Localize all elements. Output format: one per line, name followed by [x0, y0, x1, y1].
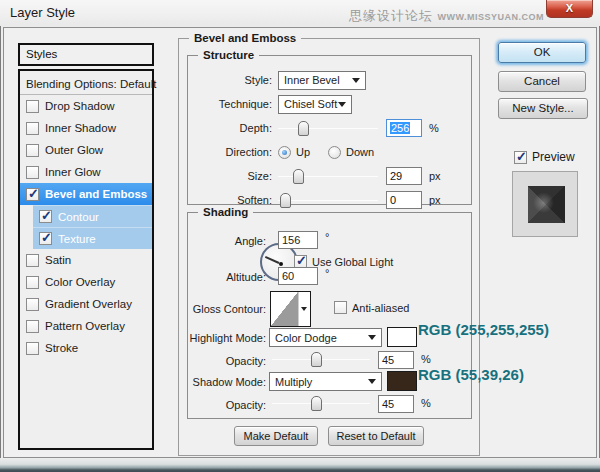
direction-up-radio[interactable] [278, 146, 291, 159]
sidebar-item-label: Pattern Overlay [45, 320, 125, 332]
slider-thumb[interactable] [311, 352, 322, 367]
inner-shadow-checkbox[interactable] [26, 122, 39, 135]
technique-label: Technique: [194, 98, 272, 110]
highlight-mode-dropdown[interactable]: Color Dodge [269, 328, 382, 347]
sidebar-item-inner-glow[interactable]: Inner Glow [20, 161, 152, 183]
slider-track[interactable] [278, 128, 378, 129]
make-default-button[interactable]: Make Default [234, 426, 318, 446]
stroke-checkbox[interactable] [26, 342, 39, 355]
sidebar-item-satin[interactable]: Satin [20, 249, 152, 271]
angle-input[interactable]: 156 [278, 231, 318, 249]
anti-aliased-checkbox[interactable] [334, 301, 347, 314]
watermark: 思缘设计论坛 WWW.MISSYUAN.COM [349, 6, 544, 25]
color-overlay-checkbox[interactable] [26, 276, 39, 289]
shadow-opacity-input[interactable]: 45 [378, 395, 414, 413]
angle-dot-icon [279, 262, 283, 266]
depth-slider[interactable] [278, 120, 378, 136]
sidebar-item-label: Stroke [45, 342, 78, 354]
highlight-opacity-label: Opacity: [188, 355, 266, 367]
satin-checkbox[interactable] [26, 254, 39, 267]
sidebar-item-label: Satin [45, 254, 71, 266]
highlight-mode-value: Color Dodge [275, 332, 337, 344]
depth-unit: % [429, 122, 439, 134]
new-style-button[interactable]: New Style... [498, 98, 588, 119]
altitude-input[interactable]: 60 [278, 267, 318, 285]
sidebar-item-label: Blending Options: Default [26, 78, 156, 90]
depth-value: 256 [390, 122, 410, 134]
close-button[interactable]: X [546, 0, 593, 18]
bevel-preview-image [528, 186, 565, 223]
technique-value: Chisel Soft [284, 98, 337, 110]
texture-checkbox[interactable] [39, 232, 52, 245]
preview-checkbox[interactable] [514, 151, 527, 164]
highlight-mode-label: Highlight Mode: [188, 332, 266, 344]
preview-toggle[interactable]: Preview [514, 150, 575, 164]
slider-thumb[interactable] [298, 121, 309, 136]
highlight-opacity-input[interactable]: 45 [378, 351, 414, 369]
direction-down-label: Down [346, 146, 374, 158]
sidebar-item-gradient-overlay[interactable]: Gradient Overlay [20, 293, 152, 315]
reset-to-default-button[interactable]: Reset to Default [328, 426, 424, 446]
sidebar-item-contour[interactable]: Contour [33, 205, 152, 227]
styles-header: Styles [18, 43, 154, 66]
style-dropdown[interactable]: Inner Bevel [278, 71, 366, 90]
shadow-mode-value: Multiply [275, 376, 312, 388]
pattern-overlay-checkbox[interactable] [26, 320, 39, 333]
sidebar-item-label: Texture [58, 233, 96, 245]
sidebar-item-texture[interactable]: Texture [33, 227, 152, 249]
shadow-color-swatch[interactable] [387, 371, 417, 391]
preview-label: Preview [532, 150, 575, 164]
direction-down-radio[interactable] [328, 146, 341, 159]
bevel-and-emboss-panel: Bevel and Emboss Structure Style: Inner … [178, 38, 480, 456]
sidebar-item-inner-shadow[interactable]: Inner Shadow [20, 117, 152, 139]
soften-slider[interactable] [278, 192, 378, 208]
shadow-opacity-slider[interactable] [272, 395, 370, 411]
shadow-mode-dropdown[interactable]: Multiply [269, 372, 382, 391]
slider-thumb[interactable] [293, 169, 304, 184]
highlight-opacity-slider[interactable] [272, 351, 370, 367]
soften-value: 0 [390, 194, 396, 206]
ok-button[interactable]: OK [498, 42, 586, 63]
chevron-down-icon [368, 379, 376, 384]
sidebar-item-label: Inner Glow [45, 166, 101, 178]
contour-checkbox[interactable] [39, 210, 52, 223]
outer-glow-checkbox[interactable] [26, 144, 39, 157]
inner-glow-checkbox[interactable] [26, 166, 39, 179]
drop-shadow-checkbox[interactable] [26, 100, 39, 113]
cancel-button[interactable]: Cancel [498, 71, 586, 92]
gradient-overlay-checkbox[interactable] [26, 298, 39, 311]
sidebar-item-blending-options[interactable]: Blending Options: Default [20, 73, 152, 95]
soften-input[interactable]: 0 [386, 191, 422, 209]
depth-row: Depth: 256 % [194, 116, 467, 140]
sidebar-item-drop-shadow[interactable]: Drop Shadow [20, 95, 152, 117]
sidebar-item-outer-glow[interactable]: Outer Glow [20, 139, 152, 161]
watermark-cn: 思缘设计论坛 [349, 8, 433, 23]
slider-track[interactable] [278, 200, 378, 201]
gloss-contour-label: Gloss Contour: [188, 303, 266, 315]
sidebar-item-bevel-and-emboss[interactable]: Bevel and Emboss [20, 183, 152, 205]
angle-label: Angle: [188, 235, 266, 247]
window-bottom-edge [0, 458, 600, 472]
sidebar-item-pattern-overlay[interactable]: Pattern Overlay [20, 315, 152, 337]
size-value: 29 [390, 170, 402, 182]
watermark-url: WWW.MISSYUAN.COM [438, 12, 545, 22]
layer-style-dialog: Layer Style 思缘设计论坛 WWW.MISSYUAN.COM X St… [0, 0, 600, 472]
gloss-contour-picker[interactable] [270, 291, 311, 327]
angle-value: 156 [282, 234, 300, 246]
slider-thumb[interactable] [311, 396, 322, 411]
depth-input[interactable]: 256 [386, 119, 422, 137]
preview-thumbnail [512, 171, 578, 237]
size-input[interactable]: 29 [386, 167, 422, 185]
highlight-color-swatch[interactable] [387, 327, 417, 347]
sidebar-item-label: Drop Shadow [45, 100, 115, 112]
size-slider[interactable] [278, 168, 378, 184]
sidebar-item-stroke[interactable]: Stroke [20, 337, 152, 359]
style-value: Inner Bevel [284, 74, 340, 86]
highlight-opacity-unit: % [421, 353, 431, 365]
bevel-and-emboss-checkbox[interactable] [26, 188, 39, 201]
slider-thumb[interactable] [280, 193, 291, 208]
technique-dropdown[interactable]: Chisel Soft [278, 95, 352, 114]
structure-group: Structure Style: Inner Bevel Technique: … [187, 55, 472, 205]
direction-up-label: Up [296, 146, 310, 158]
sidebar-item-color-overlay[interactable]: Color Overlay [20, 271, 152, 293]
